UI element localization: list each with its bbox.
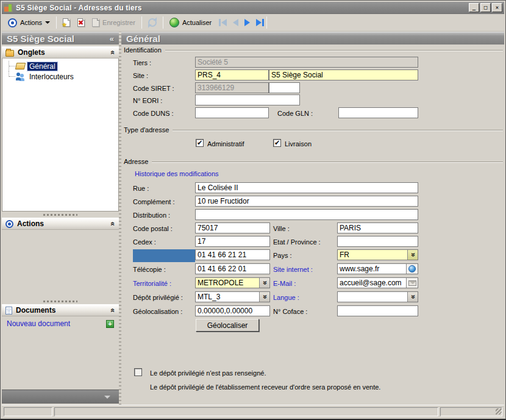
rue-field[interactable] [195,182,418,193]
panel-actions-header[interactable]: Actions « [2,218,119,230]
add-document-icon[interactable]: + [106,320,114,328]
group-adresse: Adresse [124,158,503,165]
pays-field[interactable] [338,250,407,260]
nav-first-button[interactable] [219,19,227,26]
email-label[interactable]: E-Mail : [273,280,296,287]
coface-field[interactable] [337,305,418,316]
langue-field[interactable] [338,292,407,302]
double-chevron-down-icon: « [260,281,269,285]
eori-label: N° EORI : [133,97,162,104]
siret-field[interactable] [195,82,269,93]
group-type-adresse: Type d'adresse [124,126,503,133]
depot-non-renseigne-checkbox[interactable] [134,368,142,376]
panel-splitter[interactable] [2,298,119,304]
gln-field[interactable] [338,107,418,118]
geolocalisation-field[interactable] [195,305,270,316]
next-record-icon[interactable] [244,19,250,26]
telephone-field[interactable] [195,249,270,260]
new-button[interactable]: ★ [59,16,74,29]
toolbar-separator [141,16,142,29]
site-internet-label[interactable]: Site internet : [273,266,313,273]
email-field[interactable] [338,278,406,288]
telecopie-field[interactable] [195,263,270,274]
geolocaliser-button[interactable]: Géolocaliser [196,319,259,332]
eori-field[interactable] [195,94,300,105]
ville-label: Ville : [273,225,290,232]
complement-field[interactable] [195,196,418,207]
minimize-button[interactable]: _ [469,3,479,12]
site-code-field[interactable] [195,69,269,80]
panel-documents-header[interactable]: Documents « [2,304,119,316]
pays-dropdown-button[interactable]: « [407,250,418,260]
refresh-button[interactable] [144,16,160,29]
site-internet-group [337,263,418,274]
depot-non-renseigne-label: Le dépôt privilégié n'est pas renseigné. [150,369,266,377]
depot-privilegie-label: Dépôt privilégié : [133,294,183,301]
territorialite-combo[interactable]: « [195,277,270,288]
sidebar-title: S5 Siège Social [7,34,74,44]
new-page-icon: ★ [63,18,70,27]
delete-button[interactable]: ✖ [74,16,88,29]
depot-dropdown-button[interactable]: « [259,292,269,302]
cedex-label: Cedex : [133,238,156,246]
code-postal-field[interactable] [195,222,270,233]
coface-label: N° Coface : [273,308,307,315]
tree-item-general[interactable]: Général [7,61,118,71]
pays-combo[interactable]: « [337,249,418,260]
status-cell-main [54,407,438,416]
site-internet-field[interactable] [338,264,406,274]
tree-item-interlocuteurs[interactable]: Interlocuteurs [7,71,118,82]
group-identification-label: Identification [124,46,162,54]
group-identification: Identification [124,46,503,54]
send-email-button[interactable] [406,278,418,288]
first-record-icon [221,19,227,26]
folder-icon [5,50,14,57]
resize-grip[interactable] [496,408,502,415]
previous-record-icon[interactable] [233,19,238,26]
depot-field[interactable] [196,292,259,302]
panel-onglets-header[interactable]: Onglets « [2,46,119,59]
open-website-button[interactable] [406,264,418,274]
langue-combo[interactable]: « [337,291,418,302]
open-folder-icon [16,63,25,69]
actions-target-icon [8,18,17,27]
panel-splitter[interactable] [2,212,119,218]
toolbar-separator [163,16,163,29]
territorialite-dropdown-button[interactable]: « [259,278,269,288]
maximize-button[interactable]: □ [480,3,491,12]
tree-connector [9,71,16,77]
ville-field[interactable] [337,222,418,233]
territorialite-label[interactable]: Territorialité : [133,280,171,287]
cedex-field[interactable] [195,236,270,247]
group-adresse-label: Adresse [124,158,148,165]
etat-province-field[interactable] [337,236,418,247]
livraison-checkbox[interactable]: ✔ [273,139,281,147]
telephone-label-highlight[interactable] [133,249,195,262]
territorialite-field[interactable] [196,278,259,288]
geolocalisation-label: Géolocalisation : [133,308,182,315]
status-cell-left [4,407,52,416]
historique-modifications-link[interactable]: Historique des modifications [135,170,219,177]
distribution-field[interactable] [195,209,418,220]
save-button[interactable]: Enregistrer [88,16,139,29]
nav-last-button[interactable] [256,19,264,26]
duns-field[interactable] [195,107,269,118]
depot-combo[interactable]: « [195,291,270,302]
langue-dropdown-button[interactable]: « [407,292,418,302]
close-button[interactable]: ✕ [492,3,502,12]
app-window: S5 Siège Social - Adresses du tiers _ □ … [0,0,506,420]
telecopie-label: Télécopie : [133,266,166,273]
langue-label[interactable]: Langue : [273,294,299,301]
title-bar: S5 Siège Social - Adresses du tiers _ □ … [2,2,504,14]
new-document-link[interactable]: Nouveau document [7,319,70,328]
actualiser-button[interactable]: Actualiser [166,16,215,29]
sidebar-collapse-icon[interactable]: « [110,34,114,43]
site-name-field[interactable] [269,69,418,80]
tiers-field[interactable] [195,57,418,68]
administratif-checkbox[interactable]: ✔ [196,139,204,147]
complement-label: Complément : [133,198,174,205]
dropdown-arrow-icon [104,396,110,399]
sidebar-bottom-dropdown[interactable] [2,390,119,404]
siret-key-field[interactable] [269,82,300,93]
actions-menu-button[interactable]: Actions [4,16,54,29]
